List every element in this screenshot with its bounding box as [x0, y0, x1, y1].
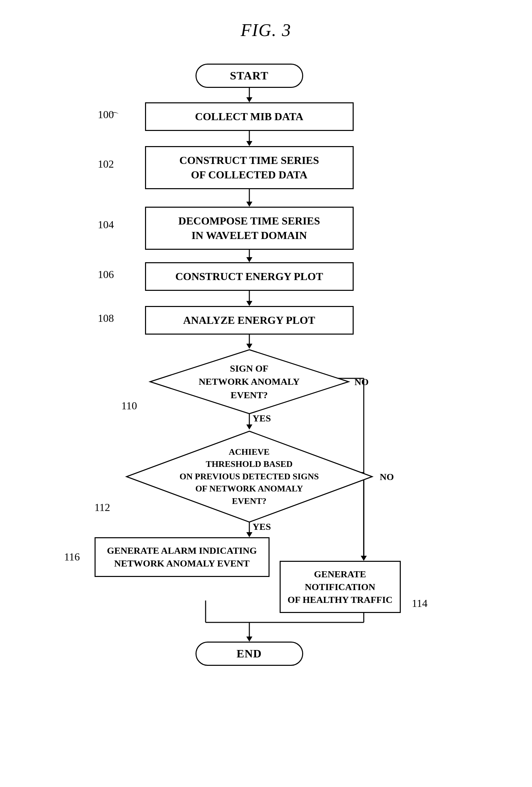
- decision-110-text: SIGN OFNETWORK ANOMALYEVENT?: [199, 362, 300, 402]
- page: FIG. 3: [0, 0, 532, 787]
- curve-100: ⌒: [110, 110, 119, 123]
- generate-notification-box: GENERATE NOTIFICATIONOF HEALTHY TRAFFIC: [280, 561, 401, 613]
- decompose-box: DECOMPOSE TIME SERIESIN WAVELET DOMAIN: [145, 207, 354, 250]
- start-terminal: START: [196, 64, 303, 88]
- collect-mib-label: COLLECT MIB DATA: [195, 110, 304, 123]
- step-108-row: 108 ANALYZE ENERGY PLOT: [128, 306, 371, 335]
- svg-marker-18: [361, 556, 367, 561]
- collect-mib-box: COLLECT MIB DATA: [145, 102, 354, 131]
- yes-110-label: YES: [253, 413, 271, 424]
- step-104-row: 104 DECOMPOSE TIME SERIESIN WAVELET DOMA…: [128, 207, 371, 250]
- step-102-row: 102 CONSTRUCT TIME SERIESOF COLLECTED DA…: [128, 146, 371, 189]
- label-114: 114: [412, 597, 428, 610]
- construct-time-series-box: CONSTRUCT TIME SERIESOF COLLECTED DATA: [145, 146, 354, 189]
- label-104: 104: [98, 218, 114, 231]
- end-label: END: [196, 642, 303, 666]
- svg-marker-9: [246, 301, 252, 306]
- analyze-energy-label: ANALYZE ENERGY PLOT: [183, 314, 315, 326]
- decision-112-text: ACHIEVETHRESHOLD BASEDON PREVIOUS DETECT…: [180, 446, 319, 507]
- decision-110-wrapper: SIGN OFNETWORK ANOMALYEVENT? 110 YES NO: [148, 348, 350, 416]
- decision-112-wrapper: ACHIEVETHRESHOLD BASEDON PREVIOUS DETECT…: [125, 429, 374, 524]
- label-102: 102: [98, 158, 114, 170]
- yes-112-label: YES: [253, 522, 271, 532]
- step-100-row: 100 ⌒ COLLECT MIB DATA: [128, 102, 371, 131]
- energy-plot-box: CONSTRUCT ENERGY PLOT: [145, 262, 354, 291]
- energy-plot-label: CONSTRUCT ENERGY PLOT: [175, 270, 323, 282]
- svg-marker-7: [246, 257, 252, 262]
- label-112: 112: [94, 501, 110, 514]
- step-114-row: GENERATE NOTIFICATIONOF HEALTHY TRAFFIC …: [280, 561, 401, 613]
- svg-marker-1: [246, 97, 252, 102]
- svg-marker-15: [246, 532, 252, 537]
- svg-marker-3: [246, 141, 252, 146]
- step-106-row: 106 CONSTRUCT ENERGY PLOT: [128, 262, 371, 291]
- label-116: 116: [64, 551, 80, 563]
- no-112-label: NO: [380, 472, 394, 482]
- label-108: 108: [98, 312, 114, 324]
- svg-marker-5: [246, 201, 252, 207]
- label-110: 110: [121, 400, 137, 412]
- end-terminal: END: [196, 642, 303, 666]
- start-label: START: [196, 64, 303, 88]
- no-110-label: NO: [355, 377, 369, 387]
- step-116-row: 116 GENERATE ALARM INDICATINGNETWORK ANO…: [94, 537, 269, 577]
- figure-title: FIG. 3: [241, 20, 291, 40]
- generate-alarm-box: GENERATE ALARM INDICATINGNETWORK ANOMALY…: [94, 537, 269, 577]
- decompose-label: DECOMPOSE TIME SERIESIN WAVELET DOMAIN: [178, 215, 320, 241]
- svg-marker-13: [246, 424, 252, 429]
- construct-time-series-label: CONSTRUCT TIME SERIESOF COLLECTED DATA: [179, 154, 319, 181]
- generate-notification-label: GENERATE NOTIFICATIONOF HEALTHY TRAFFIC: [287, 569, 392, 605]
- label-106: 106: [98, 268, 114, 281]
- svg-marker-25: [246, 637, 252, 642]
- analyze-energy-box: ANALYZE ENERGY PLOT: [145, 306, 354, 335]
- generate-alarm-label: GENERATE ALARM INDICATINGNETWORK ANOMALY…: [107, 545, 257, 569]
